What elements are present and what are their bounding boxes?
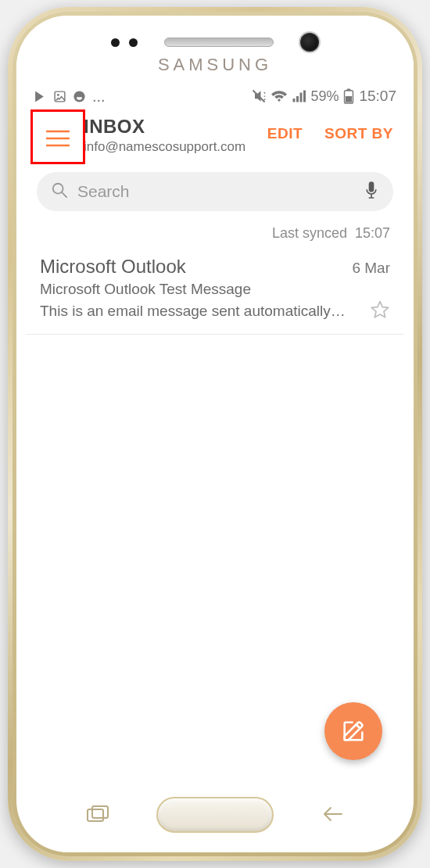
email-subject: Microsoft Outlook Test Message [40, 281, 390, 298]
search-placeholder: Search [77, 182, 354, 201]
edit-button[interactable]: EDIT [267, 125, 303, 142]
sensor-dot [129, 38, 138, 47]
brand-logo: SAMSUNG [158, 55, 272, 75]
phone-inner-frame: SAMSUNG ... [13, 12, 417, 856]
email-preview: This is an email message sent automatica… [40, 303, 360, 320]
svg-point-1 [57, 93, 59, 95]
wifi-icon [271, 88, 287, 104]
status-bar: ... 59% [26, 84, 404, 108]
app-header: INBOX info@namescosupport.com EDIT SORT … [26, 108, 404, 167]
home-button[interactable] [156, 797, 274, 833]
svg-rect-12 [369, 181, 374, 192]
svg-rect-6 [346, 96, 352, 102]
phone-top-bezel: SAMSUNG [16, 16, 414, 84]
status-time: 15:07 [359, 88, 396, 105]
mic-icon[interactable] [364, 180, 379, 203]
svg-rect-5 [347, 88, 351, 91]
last-synced-label: Last synced [272, 225, 347, 241]
svg-rect-17 [92, 806, 108, 818]
search-icon [51, 181, 68, 202]
screen: ... 59% [26, 84, 404, 777]
play-store-icon [34, 90, 47, 103]
recents-softkey[interactable] [87, 805, 110, 826]
battery-icon [343, 88, 354, 104]
last-synced-time: 15:07 [355, 225, 390, 241]
svg-rect-16 [88, 809, 103, 821]
earpiece-speaker [164, 38, 274, 47]
phone-face: SAMSUNG ... [16, 16, 414, 852]
sensor-dot [111, 38, 120, 47]
svg-line-11 [62, 192, 66, 197]
vibrate-mute-icon [251, 88, 267, 104]
account-email: info@namescosupport.com [84, 139, 245, 155]
image-icon [53, 90, 66, 103]
last-synced: Last synced 15:07 [26, 216, 404, 253]
phone-bottom-bezel [16, 777, 414, 852]
star-icon[interactable] [370, 299, 390, 323]
compose-button[interactable] [324, 702, 382, 760]
email-item[interactable]: Microsoft Outlook 6 Mar Microsoft Outloo… [26, 253, 404, 335]
battery-percent: 59% [310, 88, 339, 105]
phone-frame: SAMSUNG ... [8, 7, 422, 861]
page-title: INBOX [84, 116, 245, 138]
status-overflow: ... [92, 92, 106, 100]
smile-circle-icon [73, 90, 86, 103]
email-sender: Microsoft Outlook [40, 256, 352, 278]
svg-line-3 [253, 91, 265, 102]
email-date: 6 Mar [352, 260, 390, 277]
front-camera [300, 33, 319, 52]
menu-button[interactable] [35, 116, 81, 161]
compose-icon [340, 718, 367, 744]
sort-by-button[interactable]: SORT BY [324, 125, 393, 142]
svg-point-2 [73, 91, 84, 102]
back-softkey[interactable] [320, 805, 343, 826]
signal-icon [292, 89, 306, 103]
hamburger-icon [46, 129, 70, 148]
search-input[interactable]: Search [37, 172, 393, 211]
